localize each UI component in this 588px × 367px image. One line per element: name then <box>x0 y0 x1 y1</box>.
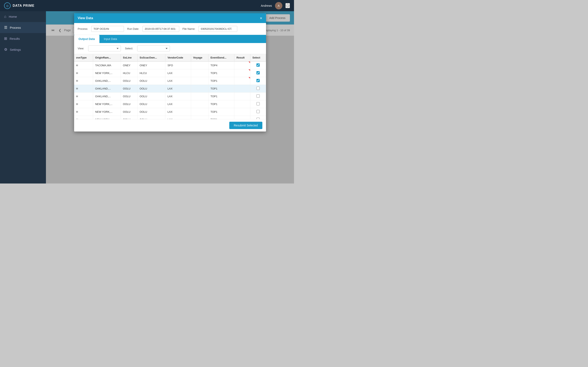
cell-select[interactable] <box>250 61 266 69</box>
cell-eventsend: TOP1 <box>208 77 234 85</box>
cell-originram: NEW YORK,... <box>93 100 121 108</box>
cell-ssline: OOLU <box>121 108 138 116</box>
view-label: View: <box>78 47 84 50</box>
cell-vendorcode: LAX <box>165 92 191 100</box>
cell-vendorcode: LAX <box>165 100 191 108</box>
view-select[interactable] <box>88 45 121 51</box>
cell-movetype: H <box>74 61 93 69</box>
cell-result <box>234 69 250 77</box>
tab-output-data[interactable]: Output Data <box>74 35 99 43</box>
row-checkbox[interactable] <box>256 71 260 75</box>
modal-close-button[interactable]: × <box>260 16 262 20</box>
cell-movetype: H <box>74 85 93 92</box>
top-bar: ◎ DATA PRIME Andrews A ⏻ <box>0 0 294 11</box>
main-layout: ⌂ Home ☰ Process ⊞ Results ⚙ Settings Co… <box>0 11 294 184</box>
row-checkbox[interactable] <box>256 118 260 119</box>
sidebar: ⌂ Home ☰ Process ⊞ Results ⚙ Settings <box>0 11 46 184</box>
cell-eventsend: TOP1 <box>208 116 234 119</box>
cell-voyage <box>191 92 208 100</box>
col-header-result: Result <box>234 54 250 61</box>
top-bar-right: Andrews A ⏻ <box>261 2 290 9</box>
cell-originram: NEW YORK,... <box>93 69 121 77</box>
cell-result <box>234 100 250 108</box>
cell-voyage <box>191 69 208 77</box>
table-row: HNEW YORK,...OOLUOOLULAXTOP1 <box>74 116 266 119</box>
row-checkbox[interactable] <box>256 87 260 90</box>
cell-select[interactable] <box>250 69 266 77</box>
col-header-eventsend: EventSend... <box>208 54 234 61</box>
cell-select[interactable] <box>250 77 266 85</box>
cell-ssscacown: OOLU <box>138 85 165 92</box>
cell-result <box>234 116 250 119</box>
cell-movetype: H <box>74 77 93 85</box>
red-corner-indicator <box>249 69 250 71</box>
logo: ◎ DATA PRIME <box>4 2 35 9</box>
row-checkbox[interactable] <box>256 102 260 105</box>
table-row: HTACOMA,WAONEYONEYSFOTOP4 <box>74 61 266 69</box>
table-row: HOAKLAND,...OOLUOOLULAXTOP1 <box>74 85 266 92</box>
cell-result <box>234 61 250 69</box>
cell-originram: OAKLAND,... <box>93 77 121 85</box>
sidebar-item-home-label: Home <box>9 15 17 18</box>
cell-select[interactable] <box>250 92 266 100</box>
col-header-voyage: Voyage <box>191 54 208 61</box>
row-checkbox[interactable] <box>256 110 260 113</box>
modal-tabs: Output Data Input Data <box>74 35 266 43</box>
process-label: Process: <box>78 27 88 30</box>
data-table-container: oveType OriginRam... SsLine SsScacOwn...… <box>74 54 266 119</box>
process-input[interactable] <box>91 26 124 32</box>
cell-voyage <box>191 85 208 92</box>
view-data-modal: View Data × Process: Run Date: File Name… <box>74 13 266 132</box>
cell-select[interactable] <box>250 116 266 119</box>
cell-eventsend: TOP1 <box>208 108 234 116</box>
home-icon: ⌂ <box>4 15 6 19</box>
cell-originram: NEW YORK,... <box>93 116 121 119</box>
table-row: HNEW YORK,...OOLUOOLULAXTOP1 <box>74 108 266 116</box>
sidebar-item-home[interactable]: ⌂ Home <box>0 11 46 22</box>
modal-title: View Data <box>78 16 93 20</box>
cell-ssscacown: OOLU <box>138 77 165 85</box>
rundate-label: Run Date: <box>127 27 139 30</box>
cell-select[interactable] <box>250 85 266 92</box>
row-checkbox[interactable] <box>256 79 260 82</box>
cell-result <box>234 77 250 85</box>
cell-ssline: ONEY <box>121 61 138 69</box>
logo-icon: ◎ <box>4 2 11 9</box>
row-checkbox[interactable] <box>256 94 260 98</box>
cell-movetype: H <box>74 100 93 108</box>
settings-icon: ⚙ <box>4 47 7 52</box>
logout-button[interactable]: ⏻ <box>285 3 290 8</box>
row-checkbox[interactable] <box>256 63 260 67</box>
filename-input[interactable] <box>199 26 237 32</box>
cell-select[interactable] <box>250 108 266 116</box>
cell-select[interactable] <box>250 100 266 108</box>
cell-ssline: OOLU <box>121 116 138 119</box>
cell-movetype: H <box>74 69 93 77</box>
results-icon: ⊞ <box>4 36 7 41</box>
cell-ssscacown: OOLU <box>138 108 165 116</box>
cell-voyage <box>191 116 208 119</box>
col-header-movetype: oveType <box>74 54 93 61</box>
cell-vendorcode: LAX <box>165 108 191 116</box>
modal-footer: Resubmit Selected <box>74 119 266 132</box>
tab-input-data[interactable]: Input Data <box>99 35 122 43</box>
table-row: HNEW YORK,...HLCUHLCULAXTOP1 <box>74 69 266 77</box>
rundate-input[interactable] <box>143 26 179 32</box>
resubmit-button[interactable]: Resubmit Selected <box>229 122 262 129</box>
table-header-row: oveType OriginRam... SsLine SsScacOwn...… <box>74 54 266 61</box>
content-area: Copy Process Add Process View Data × Pro… <box>46 11 294 184</box>
col-header-vendorcode: VendorCode <box>165 54 191 61</box>
cell-eventsend: TOP1 <box>208 69 234 77</box>
cell-result <box>234 92 250 100</box>
cell-ssscacown: OOLU <box>138 92 165 100</box>
red-corner-indicator <box>249 62 250 63</box>
cell-originram: OAKLAND,... <box>93 92 121 100</box>
sidebar-item-results[interactable]: ⊞ Results <box>0 33 46 44</box>
select-dropdown[interactable] <box>137 45 170 51</box>
cell-ssscacown: OOLU <box>138 116 165 119</box>
sidebar-item-settings[interactable]: ⚙ Settings <box>0 44 46 55</box>
cell-eventsend: TOP1 <box>208 100 234 108</box>
cell-vendorcode: LAX <box>165 77 191 85</box>
user-name: Andrews <box>261 4 272 7</box>
sidebar-item-process[interactable]: ☰ Process <box>0 22 46 33</box>
